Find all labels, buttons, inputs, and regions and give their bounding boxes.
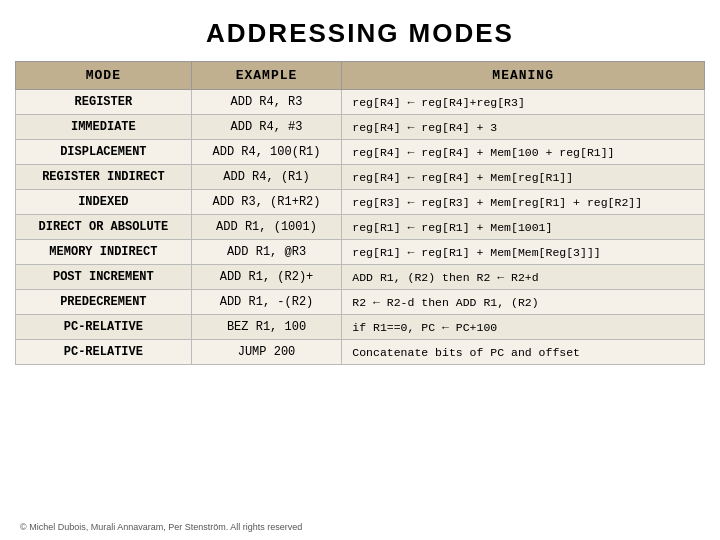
cell-mode: DIRECT OR ABSOLUTE <box>16 215 192 240</box>
table-row: PC-RELATIVEBEZ R1, 100if R1==0, PC ← PC+… <box>16 315 705 340</box>
cell-mode: PREDECREMENT <box>16 290 192 315</box>
cell-meaning: R2 ← R2-d then ADD R1, (R2) <box>342 290 705 315</box>
table-row: INDEXEDADD R3, (R1+R2)reg[R3] ← reg[R3] … <box>16 190 705 215</box>
cell-meaning: reg[R4] ← reg[R4]+reg[R3] <box>342 90 705 115</box>
cell-mode: REGISTER <box>16 90 192 115</box>
table-row: DIRECT OR ABSOLUTEADD R1, (1001)reg[R1] … <box>16 215 705 240</box>
cell-example: ADD R1, (R2)+ <box>191 265 342 290</box>
table-row: PREDECREMENTADD R1, -(R2)R2 ← R2-d then … <box>16 290 705 315</box>
table-header-row: MODE EXAMPLE MEANING <box>16 62 705 90</box>
cell-example: ADD R1, -(R2) <box>191 290 342 315</box>
cell-example: ADD R4, #3 <box>191 115 342 140</box>
page-title: ADDRESSING MODES <box>0 0 720 61</box>
cell-example: BEZ R1, 100 <box>191 315 342 340</box>
cell-example: ADD R4, R3 <box>191 90 342 115</box>
table-row: REGISTER INDIRECTADD R4, (R1)reg[R4] ← r… <box>16 165 705 190</box>
cell-meaning: reg[R1] ← reg[R1] + Mem[Mem[Reg[3]]] <box>342 240 705 265</box>
table-row: DISPLACEMENTADD R4, 100(R1)reg[R4] ← reg… <box>16 140 705 165</box>
cell-mode: PC-RELATIVE <box>16 340 192 365</box>
addressing-modes-table: MODE EXAMPLE MEANING REGISTERADD R4, R3r… <box>15 61 705 365</box>
footer-text: © Michel Dubois, Murali Annavaram, Per S… <box>20 522 302 532</box>
cell-mode: PC-RELATIVE <box>16 315 192 340</box>
table-row: POST INCREMENTADD R1, (R2)+ADD R1, (R2) … <box>16 265 705 290</box>
table-row: PC-RELATIVEJUMP 200Concatenate bits of P… <box>16 340 705 365</box>
cell-meaning: reg[R1] ← reg[R1] + Mem[1001] <box>342 215 705 240</box>
cell-mode: REGISTER INDIRECT <box>16 165 192 190</box>
cell-mode: INDEXED <box>16 190 192 215</box>
table-row: IMMEDIATEADD R4, #3reg[R4] ← reg[R4] + 3 <box>16 115 705 140</box>
cell-example: ADD R1, @R3 <box>191 240 342 265</box>
col-header-meaning: MEANING <box>342 62 705 90</box>
table-row: REGISTERADD R4, R3reg[R4] ← reg[R4]+reg[… <box>16 90 705 115</box>
cell-mode: DISPLACEMENT <box>16 140 192 165</box>
col-header-mode: MODE <box>16 62 192 90</box>
cell-meaning: ADD R1, (R2) then R2 ← R2+d <box>342 265 705 290</box>
cell-example: ADD R1, (1001) <box>191 215 342 240</box>
cell-mode: IMMEDIATE <box>16 115 192 140</box>
table-row: MEMORY INDIRECTADD R1, @R3reg[R1] ← reg[… <box>16 240 705 265</box>
cell-mode: POST INCREMENT <box>16 265 192 290</box>
cell-meaning: reg[R3] ← reg[R3] + Mem[reg[R1] + reg[R2… <box>342 190 705 215</box>
col-header-example: EXAMPLE <box>191 62 342 90</box>
cell-meaning: reg[R4] ← reg[R4] + 3 <box>342 115 705 140</box>
cell-meaning: reg[R4] ← reg[R4] + Mem[100 + reg[R1]] <box>342 140 705 165</box>
cell-meaning: if R1==0, PC ← PC+100 <box>342 315 705 340</box>
cell-example: ADD R3, (R1+R2) <box>191 190 342 215</box>
cell-example: ADD R4, 100(R1) <box>191 140 342 165</box>
cell-meaning: reg[R4] ← reg[R4] + Mem[reg[R1]] <box>342 165 705 190</box>
cell-meaning: Concatenate bits of PC and offset <box>342 340 705 365</box>
cell-example: JUMP 200 <box>191 340 342 365</box>
cell-mode: MEMORY INDIRECT <box>16 240 192 265</box>
cell-example: ADD R4, (R1) <box>191 165 342 190</box>
